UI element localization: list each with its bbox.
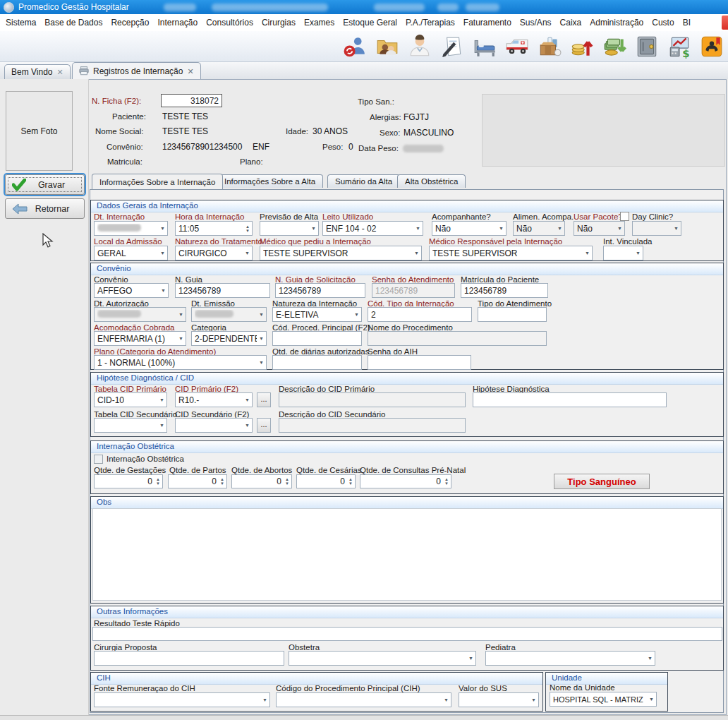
revenue-up-icon[interactable] (569, 34, 595, 59)
menu-internacao[interactable]: Internação (157, 18, 198, 28)
safe-icon[interactable] (634, 34, 660, 59)
senha-aih-input[interactable] (368, 355, 471, 370)
qtde-cesarias-spinner[interactable]: 0▲▼ (296, 474, 356, 488)
qtde-gestacoes-spinner[interactable]: 0▲▼ (94, 474, 163, 488)
codigo-procedimento-cih-label: Código do Procedimento Principal (CIH) (276, 684, 420, 692)
medico-pediu-combo[interactable]: TESTE SUPERVISOR▼ (260, 246, 422, 260)
hipotese-diagnostica-input[interactable] (473, 392, 667, 407)
cid-secundario-combo[interactable]: ▼ (175, 418, 253, 433)
menu-consultorios[interactable]: Consultórios (206, 18, 253, 28)
internacao-obstetrica-checkbox[interactable] (94, 455, 103, 464)
pharmacy-stock-icon[interactable] (537, 34, 562, 59)
menu-sus-ans[interactable]: Sus/Ans (520, 18, 552, 28)
resultado-teste-input[interactable] (92, 627, 722, 641)
leito-combo[interactable]: ENF 104 - 02▼ (322, 221, 423, 236)
int-vinculada-combo[interactable]: ▼ (603, 246, 643, 260)
billing-terminal-icon[interactable]: $ (667, 34, 692, 59)
cid-primario-lookup-button[interactable]: ... (257, 392, 271, 407)
alergias-value: FGJTJ (404, 112, 429, 122)
payment-down-icon[interactable] (602, 34, 627, 59)
medico-pediu-label: Médico que pediu a Internação (260, 237, 371, 246)
hora-internacao-spinner[interactable]: 11:05▲▼ (175, 221, 253, 236)
menu-pa-terapias[interactable]: P.A./Terapias (406, 18, 455, 28)
day-clinic-checkbox[interactable] (620, 212, 629, 221)
pediatra-combo[interactable]: ▼ (485, 651, 655, 666)
senha-atendimento-input: 123456789 (372, 283, 455, 298)
patients-folder-icon[interactable] (375, 34, 400, 59)
menu-exames[interactable]: Exames (304, 18, 334, 28)
menu-bi[interactable]: BI (683, 18, 691, 28)
qtde-abortos-spinner[interactable]: 0▲▼ (231, 474, 292, 488)
qtd-diarias-input[interactable] (272, 355, 362, 370)
menu-custo[interactable]: Custo (652, 18, 674, 28)
cirurgia-proposta-input[interactable] (94, 651, 284, 666)
descricao-cid-primario-input (279, 392, 466, 407)
convenio-combo[interactable]: AFFEGO▼ (94, 283, 169, 298)
n-guia-input[interactable]: 123456789 (175, 283, 270, 298)
phone-call-icon[interactable] (699, 34, 724, 59)
valor-sus-label: Valor do SUS (459, 684, 507, 692)
tipo-sanguineo-button[interactable]: Tipo Sanguíneo (554, 474, 650, 489)
medico-responsavel-combo[interactable]: TESTE SUPERVISOR▼ (429, 246, 593, 260)
matricula-paciente-input[interactable]: 123456789 (461, 283, 548, 298)
menu-base-de-dados[interactable]: Base de Dados (44, 18, 102, 28)
cod-proced-principal-input[interactable] (272, 331, 362, 346)
obs-textarea[interactable] (92, 508, 722, 601)
codigo-procedimento-cih-combo[interactable]: ▼ (276, 692, 451, 707)
nome-unidade-combo[interactable]: HOSPITAL SQL - MATRIZ▼ (550, 692, 657, 707)
ficha-input[interactable]: 318072 (161, 94, 222, 107)
dt-internacao-combo[interactable]: ▼ (94, 221, 168, 236)
tabela-cid-primario-combo[interactable]: CID-10▼ (94, 392, 167, 407)
ambulance-icon[interactable] (504, 34, 530, 59)
paciente-value: TESTE TES (162, 112, 208, 121)
obstetra-combo[interactable]: ▼ (289, 651, 476, 666)
fonte-remuneracao-combo[interactable]: ▼ (94, 692, 270, 707)
status-strip (0, 715, 728, 720)
plano-categoria-combo[interactable]: 1 - NORMAL (100%)▼ (94, 355, 267, 370)
acompanhante-combo[interactable]: Não▼ (432, 221, 506, 236)
menu-administracao[interactable]: Administração (590, 18, 643, 28)
subtab-informacoes-alta[interactable]: Informações Sobre a Alta (217, 174, 323, 188)
close-icon[interactable]: ✕ (187, 68, 193, 75)
int-vinculada-label: Int. Vinculada (603, 237, 652, 246)
menu-cirurgias[interactable]: Cirurgias (262, 18, 296, 28)
natureza-tratamento-combo[interactable]: CIRURGICO▼ (175, 246, 253, 260)
menu-faturamento[interactable]: Faturamento (463, 18, 511, 28)
menu-overflow-marker (722, 16, 728, 30)
menu-sistema[interactable]: Sistema (6, 18, 36, 28)
natureza-internacao-combo[interactable]: E-ELETIVA▼ (272, 307, 362, 322)
qtde-consultas-spinner[interactable]: 0▲▼ (360, 474, 451, 488)
subtab-sumario-alta[interactable]: Sumário da Alta (327, 174, 400, 188)
patient-photo-placeholder[interactable]: Sem Foto (6, 91, 73, 171)
dt-autorizacao-combo[interactable]: ▼ (94, 307, 186, 322)
tab-registros-internacao[interactable]: Registros de Internação ✕ (72, 62, 201, 79)
nome-social-value: TESTE TES (162, 126, 208, 136)
categoria-combo[interactable]: 2-DEPENDENTE▼ (191, 331, 267, 346)
close-icon[interactable]: ✕ (56, 68, 63, 76)
tab-bem-vindo[interactable]: Bem Vindo ✕ (4, 64, 71, 79)
cid-primario-combo[interactable]: R10.-▼ (175, 392, 253, 407)
menu-recepcao[interactable]: Recepção (111, 18, 149, 28)
tabela-cid-secundario-combo[interactable]: ▼ (94, 418, 167, 433)
qtde-partos-spinner[interactable]: 0▲▼ (168, 474, 227, 488)
hospital-bed-icon[interactable] (472, 34, 497, 59)
n-guia-solicitacao-input[interactable]: 123456789 (275, 283, 365, 298)
user-sync-icon[interactable] (342, 34, 368, 59)
retornar-button[interactable]: Retornar (5, 198, 85, 219)
cod-tipo-internacao-input[interactable]: 2 (368, 307, 472, 322)
cid-secundario-lookup-button[interactable]: ... (257, 418, 271, 433)
gravar-button[interactable]: Gravar (5, 174, 85, 195)
previsao-alta-combo[interactable]: ▼ (260, 221, 319, 236)
menu-caixa[interactable]: Caixa (560, 18, 582, 28)
subtab-alta-obstetrica[interactable]: Alta Obstétrica (397, 174, 466, 188)
acomodacao-cobrada-combo[interactable]: ENFERMARIA (1)▼ (94, 331, 186, 346)
local-admissao-combo[interactable]: GERAL▼ (94, 246, 168, 260)
medical-record-icon[interactable] (439, 34, 465, 59)
menu-estoque-geral[interactable]: Estoque Geral (343, 18, 397, 28)
doctor-icon[interactable] (407, 34, 432, 59)
tipo-atendimento-input[interactable] (478, 307, 547, 322)
group-outras-title: Outras Informações (91, 606, 723, 618)
subtab-informacoes-internacao[interactable]: Informações Sobre a Internação (92, 174, 223, 189)
valor-sus-combo[interactable]: ▼ (459, 692, 539, 707)
dt-emissao-combo[interactable]: ▼ (191, 307, 267, 322)
